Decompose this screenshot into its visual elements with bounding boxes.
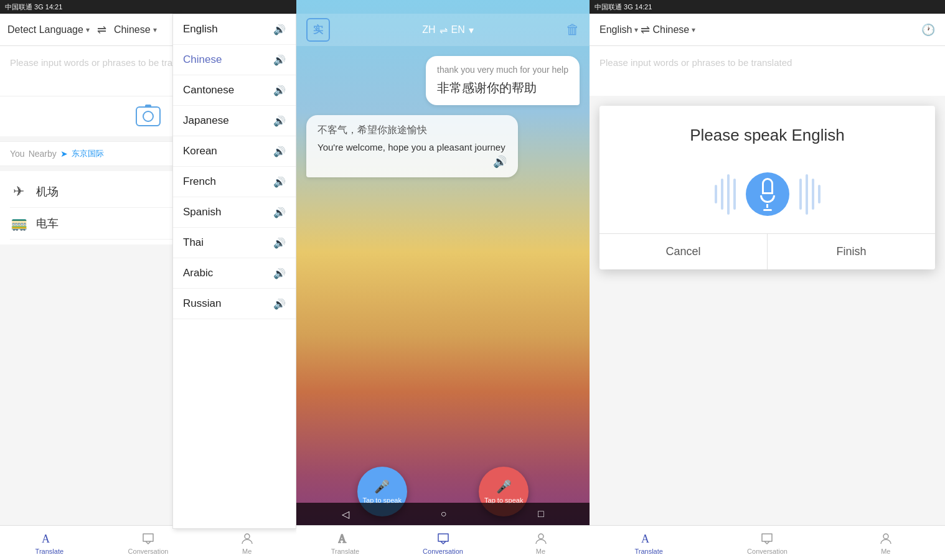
speaker-icon-spanish: 🔊: [273, 207, 286, 218]
detect-language-selector[interactable]: Detect Language ▾: [7, 24, 90, 35]
translate-input-3[interactable]: Please input words or phrases to be tran…: [590, 46, 945, 96]
wave-line-3: [727, 174, 730, 215]
left-lang-selector-3[interactable]: English ▾: [599, 24, 638, 35]
person-icon-3: [878, 531, 893, 546]
swap-icon-3[interactable]: ⇌: [641, 23, 650, 37]
input-placeholder-3: Please input words or phrases to be tran…: [599, 56, 935, 69]
panel-speak-dialog: 中国联通 3G 14:21 English ▾ ⇌ Chinese ▾ 🕐 Pl…: [590, 0, 945, 560]
history-icon-3[interactable]: 🕐: [921, 23, 935, 37]
dropdown-item-thai[interactable]: Thai 🔊: [173, 228, 296, 258]
nav-me-label-1: Me: [242, 548, 252, 555]
speak-dialog-title: Please speak English: [599, 106, 935, 160]
speaker-icon-korean: 🔊: [273, 146, 286, 157]
mic-stand: [766, 204, 768, 208]
svg-point-3: [538, 534, 543, 539]
camera-icon[interactable]: [136, 106, 161, 126]
dropdown-item-spanish[interactable]: Spanish 🔊: [173, 197, 296, 228]
conversation-icon-1: [141, 531, 156, 546]
wave-line-4: [733, 179, 736, 210]
dropdown-item-arabic[interactable]: Arabic 🔊: [173, 258, 296, 289]
message-bubble-left: 不客气，希望你旅途愉快 You're welcome, hope you a p…: [306, 115, 518, 177]
wave-line-1: [715, 185, 717, 203]
lang-pair-selector[interactable]: ZH ⇌ EN ▾: [422, 24, 474, 36]
status-carrier-3: 中国联通 3G 14:21: [595, 2, 652, 12]
nav-conversation-label-1: Conversation: [128, 548, 169, 555]
lang-zh: ZH: [422, 24, 435, 35]
conversation-icon-2: [436, 531, 451, 546]
nav-translate-label-3: Translate: [634, 548, 662, 555]
panel-translate: 中国联通 3G 14:21 Detect Language ▾ ⇌ Chines…: [0, 0, 296, 560]
mic-visual: [599, 160, 935, 233]
message-speaker-icon[interactable]: 🔊: [493, 155, 507, 169]
mic-icon-left: 🎤: [374, 479, 390, 494]
right-lang-selector-3[interactable]: Chinese ▾: [652, 24, 695, 35]
dropdown-label-japanese: Japanese: [183, 114, 229, 127]
airport-label: 机场: [36, 184, 59, 199]
wave-line-8: [818, 185, 820, 203]
camera-bump: [145, 105, 151, 108]
nav-conversation-2[interactable]: Conversation: [394, 531, 492, 555]
dropdown-item-japanese[interactable]: Japanese 🔊: [173, 106, 296, 136]
person-icon-2: [534, 531, 548, 546]
dropdown-item-chinese[interactable]: Chinese 🔊: [173, 45, 296, 75]
dropdown-item-cantonese[interactable]: Cantonese 🔊: [173, 75, 296, 106]
msg-en-1: thank you very much for your help: [437, 65, 568, 75]
bottom-nav-2: A Translate Conversation Me: [296, 525, 590, 560]
wave-lines-left: [715, 174, 736, 215]
language-dropdown: English 🔊 Chinese 🔊 Cantonese 🔊 Japanese…: [172, 14, 296, 529]
toolbar-left: 实: [306, 18, 330, 42]
messages-list: thank you very much for your help 非常感谢你的…: [296, 46, 590, 187]
dropdown-item-russian[interactable]: Russian 🔊: [173, 289, 296, 319]
android-recents-button[interactable]: □: [538, 508, 544, 520]
cancel-button[interactable]: Cancel: [599, 234, 768, 269]
lang-en: EN: [451, 24, 465, 35]
android-back-button[interactable]: ◁: [342, 508, 349, 520]
nearby-you-label: You: [10, 149, 25, 159]
mic-bottom: [760, 195, 775, 203]
finish-button[interactable]: Finish: [768, 234, 935, 269]
status-bar-1: 中国联通 3G 14:21: [0, 0, 296, 14]
nav-conversation-3[interactable]: Conversation: [708, 531, 826, 555]
dropdown-label-chinese: Chinese: [183, 54, 222, 66]
toolbar-right: 🗑: [566, 22, 580, 38]
nav-conversation-1[interactable]: Conversation: [99, 531, 198, 555]
conversation-toolbar: 实 ZH ⇌ EN ▾ 🗑: [296, 14, 590, 46]
nav-conversation-label-2: Conversation: [423, 548, 463, 555]
speaker-icon-english: 🔊: [273, 24, 286, 35]
person-icon-1: [240, 531, 255, 546]
dropdown-item-french[interactable]: French 🔊: [173, 167, 296, 197]
right-lang-label-3: Chinese: [652, 24, 689, 35]
android-home-button[interactable]: ○: [441, 508, 447, 520]
nav-me-1[interactable]: Me: [197, 531, 296, 555]
target-language-selector[interactable]: Chinese ▾: [114, 24, 157, 35]
dropdown-item-korean[interactable]: Korean 🔊: [173, 136, 296, 167]
swap-icon[interactable]: ⇌: [97, 23, 106, 37]
mic-base: [763, 209, 772, 211]
mic-top: [762, 178, 773, 194]
svg-text:A: A: [42, 533, 50, 545]
real-translate-icon[interactable]: 实: [306, 18, 330, 42]
nearby-place-name: 东京国际: [72, 148, 104, 159]
target-dropdown-arrow: ▾: [153, 26, 157, 34]
bottom-nav-1: A Translate Conversation Me: [0, 525, 296, 560]
dropdown-label-cantonese: Cantonese: [183, 84, 234, 96]
target-language-label: Chinese: [114, 24, 151, 35]
dropdown-item-english[interactable]: English 🔊: [173, 14, 296, 45]
dropdown-label-arabic: Arabic: [183, 267, 213, 279]
status-carrier-1: 中国联通 3G 14:21: [5, 2, 62, 12]
nav-me-3[interactable]: Me: [827, 531, 945, 555]
nav-translate-3[interactable]: A Translate: [590, 531, 708, 555]
speaker-icon-thai: 🔊: [273, 237, 286, 249]
wave-line-7: [812, 179, 814, 210]
nav-me-2[interactable]: Me: [492, 531, 590, 555]
nav-translate-label-1: Translate: [35, 548, 63, 555]
msg-zh-2: 不客气，希望你旅途愉快: [317, 124, 507, 137]
nav-conversation-label-3: Conversation: [747, 548, 788, 555]
nav-translate-2[interactable]: A Translate: [296, 531, 394, 555]
dropdown-label-french: French: [183, 175, 216, 188]
left-lang-label-3: English: [599, 24, 632, 35]
status-bar-3: 中国联通 3G 14:21: [590, 0, 945, 14]
nav-translate-1[interactable]: A Translate: [0, 531, 99, 555]
trash-icon[interactable]: 🗑: [566, 22, 580, 38]
lang-swap-icon: ⇌: [440, 24, 448, 36]
